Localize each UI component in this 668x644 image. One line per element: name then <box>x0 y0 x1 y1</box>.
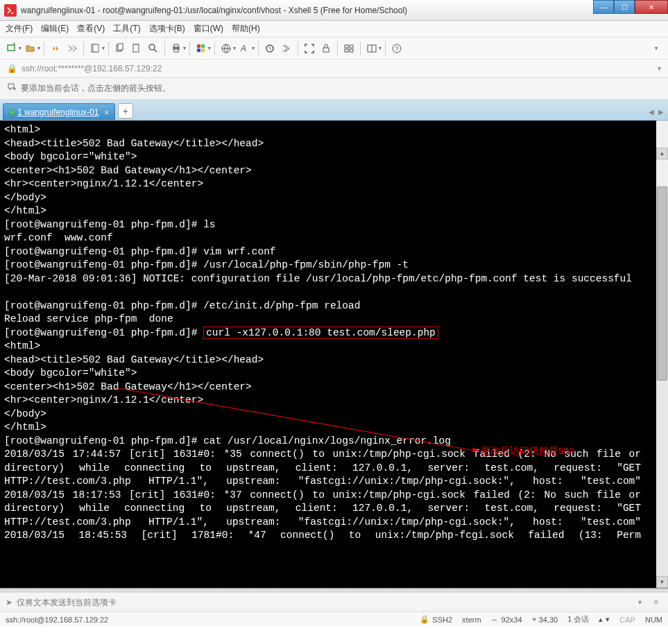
scroll-down-button[interactable]: ▼ <box>656 576 668 588</box>
menu-view[interactable]: 查看(V) <box>77 23 105 35</box>
status-size: 92x34 <box>502 616 522 624</box>
status-ssh: SSH2 <box>432 616 452 624</box>
find-button[interactable] <box>146 41 161 56</box>
sessions-up-icon[interactable]: ▴ <box>599 615 603 624</box>
lock-icon: 🔒 <box>7 64 17 73</box>
svg-rect-18 <box>323 48 329 52</box>
open-button[interactable] <box>23 41 38 56</box>
svg-rect-9 <box>174 44 178 47</box>
send-menu-button[interactable]: ≡ <box>650 596 662 609</box>
help-button[interactable]: ? <box>389 41 404 56</box>
scroll-thumb[interactable] <box>657 186 667 381</box>
xftp-button[interactable] <box>279 41 294 56</box>
cursor-icon: ⌖ <box>532 615 536 624</box>
status-sessions: 1 会话 <box>567 614 589 625</box>
minimize-button[interactable]: — <box>593 0 614 14</box>
encoding-button[interactable] <box>219 41 234 56</box>
status-num: NUM <box>645 616 662 624</box>
hosts-button[interactable] <box>341 41 357 56</box>
menu-edit[interactable]: 编辑(E) <box>41 23 69 35</box>
svg-rect-12 <box>201 44 205 48</box>
svg-rect-5 <box>133 44 139 52</box>
dropdown-arrow-icon[interactable]: ▾ <box>208 45 211 51</box>
annotation-text: 更改后访问仍然是502 <box>481 444 574 458</box>
tab-session-1[interactable]: 1 wangruifenglinux-01 × <box>3 103 115 120</box>
svg-point-7 <box>149 44 155 50</box>
dropdown-arrow-icon[interactable]: ▾ <box>37 45 40 51</box>
xagent-button[interactable] <box>262 41 277 56</box>
window-title: wangruifenglinux-01 - root@wangruifeng-0… <box>21 6 407 15</box>
tab-add-button[interactable]: + <box>118 103 133 119</box>
properties-button[interactable] <box>87 41 103 56</box>
svg-rect-6 <box>135 44 137 45</box>
app-icon <box>4 4 17 17</box>
svg-rect-0 <box>8 45 15 51</box>
svg-text:?: ? <box>395 45 399 52</box>
send-input[interactable] <box>17 598 633 607</box>
toolbar: ▾ ▾ ▾ ▾ ▾ ▾ A ▾ ▾ ? ▾ <box>0 37 668 60</box>
dropdown-arrow-icon[interactable]: ▾ <box>379 45 382 51</box>
svg-rect-11 <box>197 44 200 48</box>
send-dropdown-button[interactable]: ▾ <box>633 596 646 609</box>
status-connection: ssh://root@192.168.57.129:22 <box>6 616 420 624</box>
add-session-icon[interactable] <box>7 82 17 94</box>
dropdown-arrow-icon[interactable]: ▾ <box>19 45 22 51</box>
highlighted-command: curl -x127.0.0.1:80 test.com/sleep.php <box>203 327 438 339</box>
dropdown-arrow-icon[interactable]: ▾ <box>102 45 105 51</box>
tabbar: 1 wangruifenglinux-01 × + ◀ ▶ <box>0 100 668 121</box>
lock-button[interactable] <box>318 41 334 56</box>
close-button[interactable]: ✕ <box>635 0 668 14</box>
menu-tabs[interactable]: 选项卡(B) <box>149 23 185 35</box>
tab-close-button[interactable]: × <box>104 108 108 116</box>
address-text[interactable]: ssh://root:********@192.168.57.129:22 <box>22 64 658 73</box>
disconnect-button[interactable] <box>65 41 80 56</box>
size-icon: ↔ <box>491 616 499 624</box>
new-session-button[interactable] <box>4 41 19 56</box>
menu-window[interactable]: 窗口(W) <box>194 23 223 35</box>
status-term: xterm <box>462 616 481 624</box>
toolbar-overflow-button[interactable]: ▾ <box>649 41 664 56</box>
menu-help[interactable]: 帮助(H) <box>232 23 260 35</box>
paste-button[interactable] <box>129 41 144 56</box>
font-button[interactable]: A <box>237 41 252 56</box>
sessions-down-icon[interactable]: ▾ <box>606 615 610 624</box>
tab-next-button[interactable]: ▶ <box>658 108 664 116</box>
svg-rect-2 <box>93 44 99 52</box>
dropdown-arrow-icon[interactable]: ▾ <box>252 45 255 51</box>
svg-rect-4 <box>118 44 123 50</box>
addressbar: 🔒 ssh://root:********@192.168.57.129:22 … <box>0 60 668 78</box>
menu-tools[interactable]: 工具(T) <box>113 23 140 35</box>
svg-rect-19 <box>345 45 348 48</box>
infobar: 要添加当前会话，点击左侧的箭头按钮。 <box>0 78 668 100</box>
layout-button[interactable] <box>364 41 379 56</box>
ssh-lock-icon: 🔒 <box>420 615 429 624</box>
connection-status-icon <box>9 110 15 115</box>
menu-file[interactable]: 文件(F) <box>6 23 33 35</box>
maximize-button[interactable]: ☐ <box>614 0 635 14</box>
svg-rect-13 <box>197 49 200 52</box>
print-button[interactable] <box>169 41 184 56</box>
status-cursor: 34,30 <box>539 616 558 624</box>
color-scheme-button[interactable] <box>194 41 209 56</box>
status-caps: CAP <box>619 616 635 624</box>
svg-rect-10 <box>174 49 178 52</box>
svg-text:A: A <box>240 44 246 53</box>
svg-rect-20 <box>350 45 353 48</box>
reconnect-button[interactable] <box>48 41 63 56</box>
fullscreen-button[interactable] <box>302 41 317 56</box>
tab-prev-button[interactable]: ◀ <box>649 108 654 116</box>
terminal-scrollbar[interactable]: ▲ ▼ <box>656 121 668 588</box>
statusbar: ssh://root@192.168.57.129:22 🔒SSH2 xterm… <box>0 611 668 627</box>
dropdown-arrow-icon[interactable]: ▾ <box>183 45 186 51</box>
scroll-up-button[interactable]: ▲ <box>656 148 668 159</box>
svg-rect-21 <box>345 49 348 52</box>
address-dropdown-icon[interactable]: ▾ <box>658 64 661 72</box>
dropdown-arrow-icon[interactable]: ▾ <box>233 45 236 51</box>
menubar: 文件(F) 编辑(E) 查看(V) 工具(T) 选项卡(B) 窗口(W) 帮助(… <box>0 21 668 37</box>
svg-rect-14 <box>201 49 205 52</box>
tab-label: wangruifenglinux-01 <box>24 107 99 117</box>
copy-button[interactable] <box>112 41 128 56</box>
infobar-text: 要添加当前会话，点击左侧的箭头按钮。 <box>21 82 171 94</box>
terminal[interactable]: <html> <head><title>502 Bad Gateway</tit… <box>0 121 668 588</box>
sendbar: ➤ ▾ ≡ <box>0 592 668 611</box>
